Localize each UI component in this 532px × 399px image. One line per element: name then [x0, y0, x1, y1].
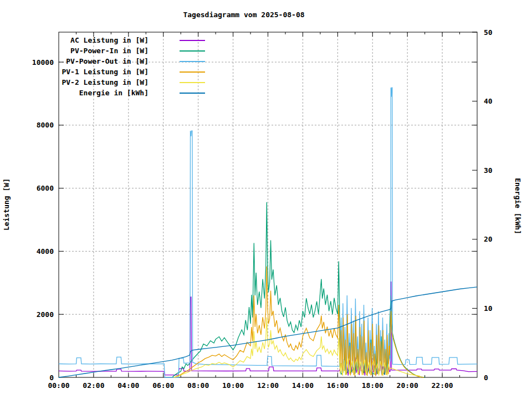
y2-tick-label: 40 [484, 97, 493, 105]
legend-item: PV-Power-Out in [W] [59, 56, 205, 66]
legend-item: PV-2 Leistung in [W] [59, 77, 205, 88]
x-tick-label: 00:00 [48, 381, 69, 390]
legend-label: PV-Power-Out in [W] [59, 57, 149, 65]
y-tick-label: 6000 [37, 184, 54, 192]
legend-line-sample [180, 93, 205, 94]
x-tick-label: 22:00 [432, 381, 453, 390]
chart-title: Tagesdiagramm vom 2025-08-08 [183, 11, 304, 19]
y-tick-label: 4000 [37, 247, 54, 255]
x-tick-label: 20:00 [397, 381, 418, 390]
y2-tick-label: 0 [484, 374, 488, 382]
x-tick-label: 10:00 [222, 381, 244, 390]
y2-tick-label: 10 [484, 304, 493, 313]
legend-line-sample [180, 82, 205, 83]
legend-item: PV-Power-In in [W] [59, 45, 205, 56]
legend-label: PV-Power-In in [W] [59, 47, 149, 55]
y-tick-label: 10000 [32, 58, 54, 66]
x-tick-label: 08:00 [187, 381, 209, 390]
legend-line-sample [180, 50, 205, 52]
legend-item: PV-1 Leistung in [W] [59, 66, 205, 77]
x-tick-label: 18:00 [362, 381, 383, 390]
legend-item: Energie in [kWh] [59, 88, 205, 98]
y-tick-label: 0 [49, 374, 54, 382]
legend-label: PV-1 Leistung in [W] [59, 68, 149, 76]
y2-axis-label: Energie [kWh] [514, 178, 522, 234]
legend-label: PV-2 Leistung in [W] [59, 78, 149, 86]
x-tick-label: 04:00 [117, 381, 139, 390]
y-tick-label: 2000 [37, 310, 54, 319]
y2-tick-label: 50 [484, 28, 493, 37]
y-axis-label: Leistung [W] [2, 178, 11, 231]
y2-tick-label: 30 [484, 166, 493, 175]
legend-item: AC Leistung in [W] [59, 35, 205, 45]
x-tick-label: 16:00 [327, 381, 349, 390]
legend-label: AC Leistung in [W] [59, 36, 149, 44]
x-tick-label: 14:00 [292, 381, 314, 390]
x-tick-label: 12:00 [257, 381, 279, 390]
legend-line-sample [180, 71, 205, 73]
x-tick-label: 02:00 [83, 381, 104, 390]
x-tick-label: 06:00 [152, 381, 174, 390]
y-tick-label: 8000 [37, 121, 54, 129]
legend: AC Leistung in [W] PV-Power-In in [W] PV… [59, 35, 205, 98]
legend-line-sample [180, 61, 205, 62]
legend-line-sample [180, 40, 205, 41]
y2-tick-label: 20 [484, 235, 493, 243]
legend-label: Energie in [kWh] [59, 89, 149, 97]
